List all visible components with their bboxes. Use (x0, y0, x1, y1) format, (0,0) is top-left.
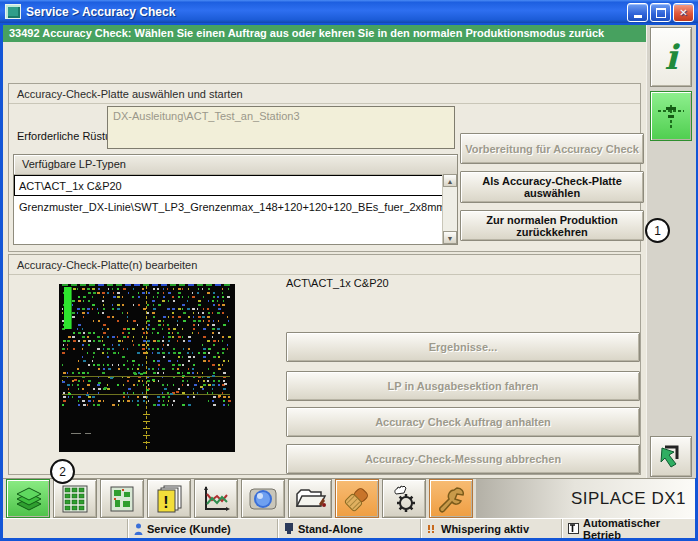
abort-accuracy-measure-button[interactable]: Accuracy-Check-Messung abbrechen (286, 444, 640, 474)
minimize-button[interactable] (627, 3, 648, 22)
error-log-icon: ! (153, 484, 185, 514)
toolbar-button-cleaning[interactable] (335, 479, 379, 518)
annotation-circle-1: 1 (645, 218, 670, 243)
list-scrollbar[interactable]: ▲ ▼ (442, 174, 457, 244)
user-icon (134, 523, 143, 535)
return-to-production-button[interactable]: Zur normalen Produktion zurückkehren (460, 210, 644, 241)
status-auto-mode: Automatischer Betrieb (561, 519, 695, 538)
close-button[interactable]: ✕ (673, 3, 694, 22)
brand-label: SIPLACE DX1 (476, 479, 695, 518)
edit-folder-icon (293, 484, 327, 514)
cleaning-tool-icon (341, 484, 373, 514)
scroll-down-icon[interactable]: ▼ (443, 231, 457, 244)
scroll-up-icon[interactable]: ▲ (443, 174, 457, 187)
toolbar-button-statistics[interactable] (194, 479, 238, 518)
status-standalone: Stand-Alone (277, 519, 420, 538)
app-icon (5, 4, 21, 19)
toolbar-button-pcb-layout[interactable] (100, 479, 144, 518)
list-item[interactable]: ACT\ACT_1x C&P20 (14, 175, 457, 196)
right-sidebar: i (646, 25, 696, 478)
edit-section-title: Accuracy-Check-Platte(n) bearbeiten (9, 255, 640, 275)
manual-gear-icon (388, 484, 420, 514)
pcb-preview-image (59, 284, 235, 452)
auto-mode-icon (568, 523, 579, 534)
feeder-grid-icon (59, 484, 91, 514)
app-window: Service > Accuracy Check ✕ 33492 Accurac… (0, 0, 698, 541)
whispering-icon (427, 524, 437, 534)
service-wrench-icon (435, 484, 467, 514)
status-bar: Service (Kunde) Stand-Alone Whispering a… (3, 518, 695, 538)
main-panel: Accuracy-Check-Platte auswählen und star… (3, 42, 646, 478)
prepare-accuracy-check-button[interactable]: Vorbereitung für Accuracy Check (460, 133, 644, 164)
svg-text:!: ! (163, 494, 168, 511)
bottom-toolbar: ! (3, 478, 695, 518)
list-item[interactable]: Grenzmuster_DX-Linie\SWT_LP3_Grenzenmax_… (14, 196, 457, 217)
toolbar-button-manual-mode[interactable] (382, 479, 426, 518)
board-stack-icon (11, 484, 45, 514)
exit-arrow-icon (657, 443, 685, 471)
lp-type-list: Verfügbare LP-Typen ACT\ACT_1x C&P20 Gre… (13, 154, 458, 245)
station-button[interactable] (650, 91, 692, 141)
select-as-accuracy-plate-button[interactable]: Als Accuracy-Check-Platte auswählen (460, 171, 644, 203)
toolbar-button-feeder-table[interactable] (53, 479, 97, 518)
vision-camera-icon (247, 484, 279, 514)
select-section-title: Accuracy-Check-Platte auswählen und star… (9, 84, 640, 104)
results-button[interactable]: Ergebnisse... (286, 332, 640, 362)
statistics-chart-icon (200, 484, 232, 514)
move-to-output-section-button[interactable]: LP in Ausgabesektion fahren (286, 371, 640, 401)
toolbar-button-vision[interactable] (241, 479, 285, 518)
toolbar-button-edit-data[interactable] (288, 479, 332, 518)
status-message-bar: 33492 Accuracy Check: Wählen Sie einen A… (3, 25, 646, 42)
title-bar[interactable]: Service > Accuracy Check ✕ (0, 0, 698, 23)
halt-accuracy-job-button[interactable]: Accuracy Check Auftrag anhalten (286, 407, 640, 437)
info-icon: i (665, 40, 678, 74)
standalone-icon (284, 523, 294, 534)
pcb-layout-icon (106, 484, 138, 514)
status-empty (3, 519, 127, 538)
status-user: Service (Kunde) (127, 519, 277, 538)
info-button[interactable]: i (650, 27, 692, 87)
station-icon (656, 101, 686, 131)
select-section: Accuracy-Check-Platte auswählen und star… (8, 83, 641, 252)
selected-board-label: ACT\ACT_1x C&P20 (286, 277, 389, 289)
annotation-circle-2: 2 (50, 459, 75, 484)
toolbar-button-error-log[interactable]: ! (147, 479, 191, 518)
toolbar-button-service[interactable] (429, 479, 473, 518)
exit-button[interactable] (650, 436, 692, 477)
equipment-field[interactable]: DX-Ausleitung\ACT_Test_an_Station3 (107, 106, 455, 149)
toolbar-button-board-stack[interactable] (6, 479, 50, 518)
window-title: Service > Accuracy Check (26, 5, 175, 19)
edit-section: Accuracy-Check-Platte(n) bearbeiten ACT\… (8, 254, 641, 475)
lp-list-header: Verfügbare LP-Typen (14, 155, 457, 175)
status-whispering: Whispering aktiv (420, 519, 561, 538)
maximize-button[interactable] (650, 3, 671, 22)
